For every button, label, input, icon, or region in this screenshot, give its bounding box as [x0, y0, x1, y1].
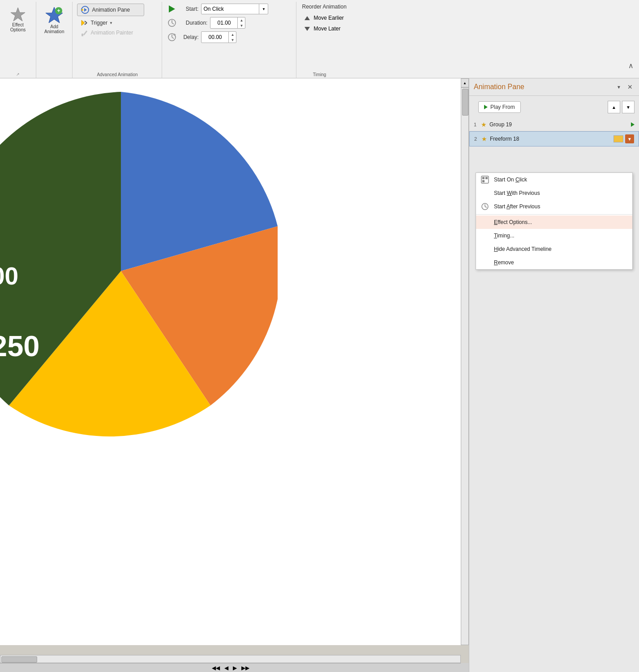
anim-item-play-icon — [631, 122, 635, 127]
anim-item-color-swatch — [613, 135, 623, 142]
anim-item-number-2: 2 — [474, 136, 481, 142]
animation-painter-button[interactable]: Animation Painter — [77, 28, 140, 38]
start-select[interactable]: On Click With Previous After Previous — [202, 5, 259, 13]
trigger-icon — [81, 19, 88, 26]
scroll-top-button[interactable]: ▲ — [461, 78, 469, 87]
duration-spin-up[interactable]: ▲ — [238, 17, 245, 23]
anim-reorder-up-button[interactable]: ▲ — [608, 101, 620, 113]
play-from-button[interactable]: Play From — [478, 101, 521, 113]
animation-list-item[interactable]: 1 ★ Group 19 — [469, 118, 639, 131]
dropdown-start-with-previous[interactable]: Start With Previous — [476, 186, 632, 200]
slide-viewport: 00 250 00 — [0, 78, 461, 645]
reorder-title: Reorder Animation — [302, 4, 390, 10]
animation-list-item-selected[interactable]: 2 ★ Freeform 18 ▼ — [469, 131, 639, 146]
scroll-corner — [461, 663, 469, 672]
ribbon-effect-options-section: Effect Options ↗ — [0, 2, 36, 78]
svg-line-14 — [172, 23, 174, 24]
delay-label: Delay: — [176, 34, 201, 40]
animation-pane-header: Animation Pane ▼ ✕ — [469, 78, 639, 96]
pie-chart-svg: 00 250 00 — [0, 78, 278, 562]
anim-item-star-icon-2: ★ — [481, 135, 487, 142]
anim-reorder-down-button[interactable]: ▼ — [622, 101, 635, 113]
animation-painter-icon — [81, 29, 88, 36]
timing-delay-row: ⟳ Delay: ▲ ▼ — [167, 31, 291, 43]
svg-text:⟳: ⟳ — [173, 33, 176, 36]
animation-pane-close-button[interactable]: ✕ — [626, 83, 635, 90]
duration-input-wrap: ▲ ▼ — [210, 17, 245, 29]
dropdown-start-on-click-label: Start On Click — [494, 177, 527, 183]
move-earlier-arrow-icon — [304, 16, 310, 20]
move-earlier-button[interactable]: Move Earlier — [302, 13, 390, 22]
animation-pane-icon — [81, 6, 89, 14]
timing-start-row: Start: On Click With Previous After Prev… — [167, 4, 291, 14]
dropdown-effect-options[interactable]: Effect Options... — [476, 215, 632, 229]
scroll-right-icon[interactable]: ▶▶ — [240, 665, 251, 671]
svg-rect-10 — [81, 34, 83, 36]
ribbon-advanced-animation-section: Animation Pane Trigger ▼ Animation Paint… — [73, 2, 162, 78]
svg-text:250: 250 — [0, 330, 39, 362]
animation-list: 1 ★ Group 19 2 ★ Freeform 18 ▼ — [469, 118, 639, 672]
dropdown-hide-timeline-label: Hide Advanced Timeline — [494, 246, 552, 252]
scroll-left-icon[interactable]: ◀◀ — [210, 665, 222, 671]
move-earlier-label: Move Earlier — [313, 15, 343, 21]
animation-pane-btn-label: Animation Pane — [92, 7, 130, 13]
dropdown-start-after-previous[interactable]: Start After Previous — [476, 200, 632, 213]
duration-label: Duration: — [176, 20, 210, 26]
slide-panel: ▲ 00 250 00 — [0, 78, 469, 672]
anim-item-dropdown-button[interactable]: ▼ — [625, 134, 634, 143]
timing-section-label: Timing — [313, 72, 326, 77]
dropdown-hide-timeline[interactable]: Hide Advanced Timeline — [476, 242, 632, 256]
trigger-button[interactable]: Trigger ▼ — [77, 18, 140, 28]
duration-spin-down[interactable]: ▼ — [238, 23, 245, 28]
start-play-icon — [167, 4, 176, 13]
anim-item-star-icon: ★ — [481, 121, 487, 128]
play-from-area: Play From ▲ ▼ — [474, 98, 635, 116]
anim-item-name-2: Freeform 18 — [490, 136, 611, 142]
anim-item-number: 1 — [474, 122, 481, 127]
delay-icon: ⟳ — [167, 33, 176, 42]
ribbon-reorder-section: Reorder Animation Move Earlier Move Late… — [296, 2, 395, 78]
delay-spin-down[interactable]: ▼ — [229, 37, 236, 43]
scrollbar-thumb-v[interactable] — [462, 89, 468, 116]
svg-text:+: + — [57, 8, 60, 14]
dropdown-timing[interactable]: Timing... — [476, 229, 632, 242]
animation-pane-button[interactable]: Animation Pane — [77, 4, 144, 16]
svg-text:00: 00 — [0, 262, 18, 290]
dropdown-start-on-click[interactable]: Start On Click — [476, 173, 632, 186]
add-animation-icon: + — [45, 6, 63, 24]
ribbon-collapse-button[interactable]: ∧ — [626, 61, 635, 70]
vertical-scrollbar[interactable] — [461, 87, 469, 645]
animation-item-dropdown-menu: Start On Click Start With Previous — [476, 172, 633, 270]
scroll-next-icon[interactable]: ▶ — [231, 665, 239, 671]
duration-input[interactable] — [210, 19, 237, 27]
start-select-wrapper: On Click With Previous After Previous ▼ — [201, 4, 268, 14]
svg-rect-23 — [482, 177, 485, 179]
effect-options-button[interactable]: Effect Options — [4, 4, 31, 35]
ribbon-add-animation-section: + AddAnimation — [36, 2, 73, 78]
ribbon-timing-section: Start: On Click With Previous After Prev… — [162, 2, 296, 78]
dropdown-remove[interactable]: Remove — [476, 256, 632, 269]
trigger-dropdown-icon: ▼ — [109, 21, 113, 25]
delay-input[interactable] — [202, 33, 228, 41]
scroll-prev-icon[interactable]: ◀ — [223, 665, 230, 671]
start-select-arrow[interactable]: ▼ — [259, 4, 268, 14]
add-animation-button[interactable]: + AddAnimation — [41, 4, 68, 37]
svg-marker-11 — [169, 5, 175, 13]
svg-marker-5 — [84, 8, 87, 12]
dropdown-timing-label: Timing... — [494, 233, 515, 239]
anim-item-name: Group 19 — [489, 121, 631, 128]
svg-line-9 — [85, 23, 87, 25]
delay-spin: ▲ ▼ — [228, 32, 236, 43]
scrollbar-thumb-h[interactable] — [1, 656, 37, 663]
duration-icon — [167, 18, 176, 27]
dropdown-start-with-previous-label: Start With Previous — [494, 190, 540, 196]
clock-icon — [481, 203, 489, 210]
horizontal-scrollbar[interactable] — [0, 655, 461, 663]
dropdown-start-after-previous-label: Start After Previous — [494, 203, 540, 210]
move-later-button[interactable]: Move Later — [302, 24, 390, 33]
anim-pane-dropdown-button[interactable]: ▼ — [614, 82, 624, 92]
animation-painter-label: Animation Painter — [90, 30, 133, 36]
start-after-previous-icon — [480, 202, 489, 211]
delay-spin-up[interactable]: ▲ — [229, 32, 236, 37]
move-later-arrow-icon — [304, 27, 310, 31]
